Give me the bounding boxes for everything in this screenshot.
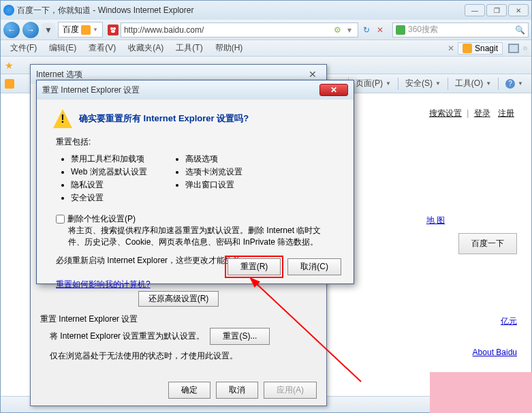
search-icon[interactable]: 🔍 bbox=[515, 25, 525, 35]
baidu-favicon-icon bbox=[108, 25, 119, 35]
baidu-top-links: 搜索设置 | 登录 注册 bbox=[426, 108, 517, 119]
delete-personal-checkbox[interactable] bbox=[56, 215, 65, 224]
back-button[interactable]: ← bbox=[3, 22, 20, 38]
reset-title: 重置 Internet Explorer 设置 bbox=[42, 85, 319, 96]
list-item: 高级选项 bbox=[185, 153, 242, 165]
snagit-icon bbox=[463, 44, 472, 53]
help-button[interactable]: ?▼ bbox=[501, 78, 527, 90]
menu-bar: 文件(F) 编辑(E) 查看(V) 收藏夹(A) 工具(T) 帮助(H) ✕ S… bbox=[1, 40, 531, 57]
snagit-label: Snagit bbox=[475, 44, 498, 53]
baidu-about-link[interactable]: About Baidu bbox=[473, 348, 517, 357]
snagit-window-icon[interactable] bbox=[508, 44, 519, 53]
baidu-search-button[interactable]: 百度一下 bbox=[458, 233, 517, 254]
engine-text: 百度 bbox=[63, 24, 79, 35]
reset-cancel-button[interactable]: 取消(C) bbox=[287, 258, 341, 275]
search360-icon bbox=[396, 25, 405, 35]
titlebar: 百度一下，你就知道 - Windows Internet Explorer — … bbox=[1, 1, 531, 20]
reset-titlebar: 重置 Internet Explorer 设置 ✕ bbox=[37, 80, 354, 100]
svg-point-1 bbox=[113, 27, 116, 30]
cert-button-icon[interactable] bbox=[5, 79, 14, 89]
menu-view[interactable]: 查看(V) bbox=[83, 41, 121, 55]
certificate-icon bbox=[81, 25, 91, 35]
menu-favorites[interactable]: 收藏夹(A) bbox=[123, 41, 169, 55]
warning-icon bbox=[53, 109, 72, 128]
baidu-hot-link[interactable]: 亿元 bbox=[501, 316, 517, 326]
minimize-button[interactable]: — bbox=[465, 4, 485, 16]
svg-point-2 bbox=[111, 30, 115, 33]
menu-tools[interactable]: 工具(T) bbox=[170, 41, 208, 55]
restore-button[interactable]: ❐ bbox=[486, 4, 507, 16]
options-apply-button[interactable]: 应用(A) bbox=[264, 382, 317, 399]
search-box[interactable]: 360搜索 🔍 bbox=[392, 22, 529, 37]
window-title: 百度一下，你就知道 - Windows Internet Explorer bbox=[17, 5, 465, 16]
reset-list-right: 高级选项 选项卡浏览设置 弹出窗口设置 bbox=[185, 152, 242, 205]
reset-note: 仅在浏览器处于无法使用的状态时，才使用此设置。 bbox=[50, 350, 317, 362]
list-item: 禁用工具栏和加载项 bbox=[71, 153, 147, 165]
options-close-button[interactable]: ✕ bbox=[304, 69, 321, 80]
menu-help[interactable]: 帮助(H) bbox=[210, 41, 249, 55]
engine-drop-icon: ▼ bbox=[93, 27, 98, 33]
ie-app-icon bbox=[3, 5, 14, 16]
snagit-toolbar[interactable]: Snagit bbox=[458, 42, 503, 55]
stop-button[interactable]: ✕ bbox=[375, 25, 386, 35]
navigation-toolbar: ← → ▼ 百度 ▼ http://www.baidu.com/ ⚙ ▾ ↻ ✕… bbox=[1, 20, 531, 40]
delete-personal-desc: 将主页、搜索提供程序和加速器重置为默认设置。删除 Internet 临时文件、历… bbox=[68, 225, 337, 248]
page-menu[interactable]: 页面(P)▼ bbox=[351, 76, 395, 91]
list-item: Web 浏览器默认设置 bbox=[71, 166, 147, 178]
reset-confirm-dialog: 重置 Internet Explorer 设置 ✕ 确实要重置所有 Intern… bbox=[36, 80, 354, 284]
safety-menu[interactable]: 安全(S)▼ bbox=[401, 76, 445, 91]
menu-file[interactable]: 文件(F) bbox=[5, 41, 42, 55]
compat-view-icon[interactable]: ⚙ bbox=[332, 25, 343, 35]
cross-icon[interactable]: ✕ bbox=[445, 43, 456, 54]
baidu-nav-map[interactable]: 地 图 bbox=[426, 215, 445, 225]
options-ok-button[interactable]: 确定 bbox=[168, 382, 210, 399]
menu-edit[interactable]: 编辑(E) bbox=[44, 41, 82, 55]
list-item: 隐私设置 bbox=[71, 179, 147, 191]
refresh-button[interactable]: ↻ bbox=[361, 25, 372, 35]
reset-question: 确实要重置所有 Internet Explorer 设置吗? bbox=[79, 112, 249, 125]
list-item: 安全设置 bbox=[71, 192, 147, 204]
baidu-link-login[interactable]: 登录 bbox=[474, 108, 490, 118]
svg-point-0 bbox=[110, 27, 113, 30]
delete-personal-label: 删除个性化设置(P) bbox=[67, 213, 136, 225]
url-text: http://www.baidu.com/ bbox=[124, 25, 204, 35]
nav-dropdown[interactable]: ▼ bbox=[42, 23, 55, 37]
reset-includes-label: 重置包括: bbox=[56, 136, 337, 148]
list-item: 选项卡浏览设置 bbox=[185, 166, 242, 178]
favorites-star-icon[interactable]: ★ bbox=[5, 60, 14, 71]
watermark-block bbox=[430, 372, 532, 413]
list-item: 弹出窗口设置 bbox=[185, 179, 242, 191]
baidu-link-search-settings[interactable]: 搜索设置 bbox=[429, 108, 462, 118]
options-cancel-button[interactable]: 取消 bbox=[216, 382, 258, 399]
reset-close-button[interactable]: ✕ bbox=[319, 84, 348, 96]
baidu-link-register[interactable]: 注册 bbox=[498, 108, 514, 118]
reset-section-title: 重置 Internet Explorer 设置 bbox=[40, 313, 317, 325]
reset-confirm-button[interactable]: 重置(R) bbox=[228, 258, 281, 275]
help-icon: ? bbox=[505, 79, 515, 89]
forward-button[interactable]: → bbox=[22, 22, 39, 38]
search-placeholder: 360搜索 bbox=[408, 24, 515, 35]
address-bar[interactable]: http://www.baidu.com/ ⚙ ▾ bbox=[121, 22, 358, 37]
addr-dropdown-icon[interactable]: ▾ bbox=[344, 25, 355, 35]
reset-list-left: 禁用工具栏和加载项 Web 浏览器默认设置 隐私设置 安全设置 bbox=[71, 152, 147, 205]
options-title: Internet 选项 bbox=[36, 69, 304, 80]
reset-button[interactable]: 重置(S)... bbox=[210, 328, 270, 345]
reset-help-link[interactable]: 重置如何影响我的计算机? bbox=[56, 279, 337, 290]
tools-menu[interactable]: 工具(O)▼ bbox=[451, 76, 495, 91]
close-button[interactable]: ✕ bbox=[508, 4, 529, 16]
address-engine-label[interactable]: 百度 ▼ bbox=[58, 22, 103, 37]
reset-section-desc: 将 Internet Explorer 设置重置为默认设置。 bbox=[50, 331, 204, 342]
baidu-search-row: 百度一下 bbox=[426, 233, 517, 254]
snagit-record-icon[interactable] bbox=[523, 46, 527, 50]
